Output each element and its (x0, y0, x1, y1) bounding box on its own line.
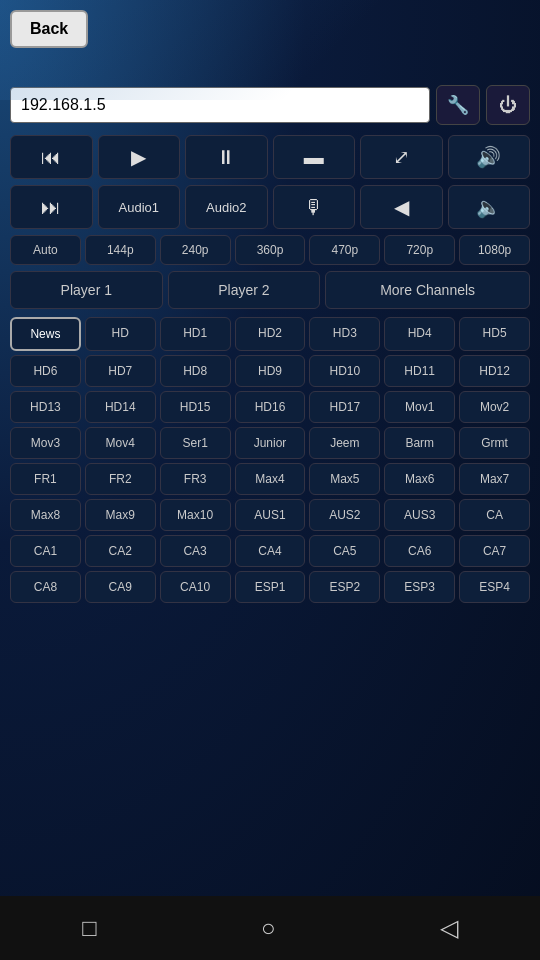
channel-grmt-button[interactable]: Grmt (459, 427, 530, 459)
player1-button[interactable]: Player 1 (10, 271, 163, 309)
channel-hd10-button[interactable]: HD10 (309, 355, 380, 387)
fullscreen-button[interactable]: ⤢ (360, 135, 443, 179)
channel-ca7-button[interactable]: CA7 (459, 535, 530, 567)
resolution-144p-button[interactable]: 144p (85, 235, 156, 265)
channel-ser1-button[interactable]: Ser1 (160, 427, 231, 459)
address-input[interactable] (10, 87, 430, 123)
channel-aus3-button[interactable]: AUS3 (384, 499, 455, 531)
audio1-button[interactable]: Audio1 (98, 185, 181, 229)
resolution-360p-button[interactable]: 360p (235, 235, 306, 265)
audio2-button[interactable]: Audio2 (185, 185, 268, 229)
channel-max7-button[interactable]: Max7 (459, 463, 530, 495)
more-channels-button[interactable]: More Channels (325, 271, 530, 309)
channel-mov3-button[interactable]: Mov3 (10, 427, 81, 459)
channel-hd8-button[interactable]: HD8 (160, 355, 231, 387)
channel-ca5-button[interactable]: CA5 (309, 535, 380, 567)
channel-mov4-button[interactable]: Mov4 (85, 427, 156, 459)
channel-hd6-button[interactable]: HD6 (10, 355, 81, 387)
channel-max5-button[interactable]: Max5 (309, 463, 380, 495)
channel-news-button[interactable]: News (10, 317, 81, 351)
channel-hd16-button[interactable]: HD16 (235, 391, 306, 423)
nav-circle-icon[interactable]: ○ (261, 914, 276, 942)
player2-button[interactable]: Player 2 (168, 271, 321, 309)
channel-junior-button[interactable]: Junior (235, 427, 306, 459)
volume-down-button[interactable]: ◀ (360, 185, 443, 229)
channel-mov2-button[interactable]: Mov2 (459, 391, 530, 423)
channel-hd4-button[interactable]: HD4 (384, 317, 455, 351)
player-row: Player 1 Player 2 More Channels (10, 271, 530, 309)
controls-row-2: ⏭ Audio1 Audio2 🎙 ◀ 🔈 (10, 185, 530, 229)
channel-hd15-button[interactable]: HD15 (160, 391, 231, 423)
channel-mov1-button[interactable]: Mov1 (384, 391, 455, 423)
channel-ca9-button[interactable]: CA9 (85, 571, 156, 603)
resolution-1080p-button[interactable]: 1080p (459, 235, 530, 265)
channel-hd13-button[interactable]: HD13 (10, 391, 81, 423)
nav-bar: □ ○ ◁ (0, 896, 540, 960)
channel-fr3-button[interactable]: FR3 (160, 463, 231, 495)
podcast-button[interactable]: 🎙 (273, 185, 356, 229)
channel-max9-button[interactable]: Max9 (85, 499, 156, 531)
controls-row-1: ⏮ ▶ ⏸ ▬ ⤢ 🔊 (10, 135, 530, 179)
channel-esp4-button[interactable]: ESP4 (459, 571, 530, 603)
channel-ca10-button[interactable]: CA10 (160, 571, 231, 603)
channel-ca8-button[interactable]: CA8 (10, 571, 81, 603)
channel-jeem-button[interactable]: Jeem (309, 427, 380, 459)
address-bar-row: 🔧 ⏻ (10, 85, 530, 125)
channel-max10-button[interactable]: Max10 (160, 499, 231, 531)
resolution-auto-button[interactable]: Auto (10, 235, 81, 265)
back-button[interactable]: Back (10, 10, 88, 48)
resolution-470p-button[interactable]: 470p (309, 235, 380, 265)
next-button[interactable]: ⏭ (10, 185, 93, 229)
channel-esp2-button[interactable]: ESP2 (309, 571, 380, 603)
channel-fr1-button[interactable]: FR1 (10, 463, 81, 495)
nav-square-icon[interactable]: □ (82, 914, 97, 942)
resolution-240p-button[interactable]: 240p (160, 235, 231, 265)
power-icon[interactable]: ⏻ (486, 85, 530, 125)
channel-max8-button[interactable]: Max8 (10, 499, 81, 531)
channel-esp1-button[interactable]: ESP1 (235, 571, 306, 603)
stop-button[interactable]: ▬ (273, 135, 356, 179)
channel-hd5-button[interactable]: HD5 (459, 317, 530, 351)
channel-max4-button[interactable]: Max4 (235, 463, 306, 495)
resolution-row: Auto144p240p360p470p720p1080p (10, 235, 530, 265)
channel-ca1-button[interactable]: CA1 (10, 535, 81, 567)
channel-hd12-button[interactable]: HD12 (459, 355, 530, 387)
channel-esp3-button[interactable]: ESP3 (384, 571, 455, 603)
play-button[interactable]: ▶ (98, 135, 181, 179)
channel-max6-button[interactable]: Max6 (384, 463, 455, 495)
settings-icon[interactable]: 🔧 (436, 85, 480, 125)
channel-aus2-button[interactable]: AUS2 (309, 499, 380, 531)
channel-hd7-button[interactable]: HD7 (85, 355, 156, 387)
pause-button[interactable]: ⏸ (185, 135, 268, 179)
channel-hd17-button[interactable]: HD17 (309, 391, 380, 423)
channel-barm-button[interactable]: Barm (384, 427, 455, 459)
channel-fr2-button[interactable]: FR2 (85, 463, 156, 495)
channel-ca2-button[interactable]: CA2 (85, 535, 156, 567)
channel-hd1-button[interactable]: HD1 (160, 317, 231, 351)
channel-hd11-button[interactable]: HD11 (384, 355, 455, 387)
channel-ca3-button[interactable]: CA3 (160, 535, 231, 567)
resolution-720p-button[interactable]: 720p (384, 235, 455, 265)
volume-low-button[interactable]: 🔈 (448, 185, 531, 229)
channel-hd-button[interactable]: HD (85, 317, 156, 351)
channel-hd2-button[interactable]: HD2 (235, 317, 306, 351)
nav-back-icon[interactable]: ◁ (440, 914, 458, 942)
channel-ca-button[interactable]: CA (459, 499, 530, 531)
channel-hd3-button[interactable]: HD3 (309, 317, 380, 351)
prev-button[interactable]: ⏮ (10, 135, 93, 179)
channel-aus1-button[interactable]: AUS1 (235, 499, 306, 531)
volume-up-button[interactable]: 🔊 (448, 135, 531, 179)
channel-ca6-button[interactable]: CA6 (384, 535, 455, 567)
channel-hd14-button[interactable]: HD14 (85, 391, 156, 423)
channels-grid: NewsHDHD1HD2HD3HD4HD5HD6HD7HD8HD9HD10HD1… (10, 317, 530, 603)
channel-hd9-button[interactable]: HD9 (235, 355, 306, 387)
channel-ca4-button[interactable]: CA4 (235, 535, 306, 567)
